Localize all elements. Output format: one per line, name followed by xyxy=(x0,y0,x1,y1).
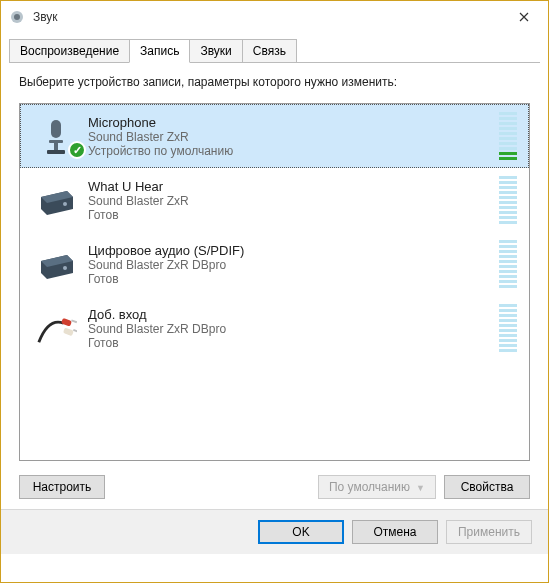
tab-content: Выберите устройство записи, параметры ко… xyxy=(1,63,548,509)
device-row[interactable]: What U HearSound Blaster ZxRГотов xyxy=(20,168,529,232)
level-meter xyxy=(499,112,521,160)
svg-rect-2 xyxy=(51,120,61,138)
set-default-label: По умолчанию xyxy=(329,480,410,494)
close-button[interactable] xyxy=(502,2,546,32)
aux-cable-icon xyxy=(28,307,84,349)
device-row[interactable]: Доб. входSound Blaster ZxR DBproГотов xyxy=(20,296,529,360)
device-info: MicrophoneSound Blaster ZxRУстройство по… xyxy=(84,115,499,158)
soundcard-icon xyxy=(28,179,84,221)
device-subtitle: Sound Blaster ZxR xyxy=(88,194,499,208)
device-subtitle: Sound Blaster ZxR xyxy=(88,130,499,144)
device-subtitle: Sound Blaster ZxR DBpro xyxy=(88,258,499,272)
set-default-button[interactable]: По умолчанию▼ xyxy=(318,475,436,499)
device-name: Microphone xyxy=(88,115,499,130)
svg-rect-5 xyxy=(47,150,65,154)
svg-rect-4 xyxy=(54,140,58,150)
device-subtitle: Sound Blaster ZxR DBpro xyxy=(88,322,499,336)
device-status: Готов xyxy=(88,272,499,286)
properties-button[interactable]: Свойства xyxy=(444,475,530,499)
dialog-footer: OK Отмена Применить xyxy=(1,509,548,554)
microphone-icon: ✓ xyxy=(28,115,84,157)
tab-3[interactable]: Связь xyxy=(242,39,297,63)
svg-rect-11 xyxy=(73,329,77,333)
device-status: Готов xyxy=(88,208,499,222)
instruction-text: Выберите устройство записи, параметры ко… xyxy=(19,75,530,89)
device-status: Устройство по умолчанию xyxy=(88,144,499,158)
cancel-button[interactable]: Отмена xyxy=(352,520,438,544)
list-button-row: Настроить По умолчанию▼ Свойства xyxy=(19,475,530,499)
default-check-icon: ✓ xyxy=(68,141,86,159)
device-info: Доб. входSound Blaster ZxR DBproГотов xyxy=(84,307,499,350)
device-name: What U Hear xyxy=(88,179,499,194)
device-name: Цифровое аудио (S/PDIF) xyxy=(88,243,499,258)
device-list[interactable]: ✓MicrophoneSound Blaster ZxRУстройство п… xyxy=(19,103,530,461)
ok-button[interactable]: OK xyxy=(258,520,344,544)
tab-2[interactable]: Звуки xyxy=(189,39,242,63)
svg-rect-10 xyxy=(71,319,77,323)
device-name: Доб. вход xyxy=(88,307,499,322)
configure-button[interactable]: Настроить xyxy=(19,475,105,499)
svg-point-6 xyxy=(63,202,67,206)
device-info: Цифровое аудио (S/PDIF)Sound Blaster ZxR… xyxy=(84,243,499,286)
tab-bar: ВоспроизведениеЗаписьЗвукиСвязь xyxy=(1,33,548,63)
sound-app-icon xyxy=(9,9,25,25)
device-row[interactable]: Цифровое аудио (S/PDIF)Sound Blaster ZxR… xyxy=(20,232,529,296)
device-row[interactable]: ✓MicrophoneSound Blaster ZxRУстройство п… xyxy=(20,104,529,168)
apply-button[interactable]: Применить xyxy=(446,520,532,544)
level-meter xyxy=(499,304,521,352)
titlebar: Звук xyxy=(1,1,548,33)
chevron-down-icon: ▼ xyxy=(416,483,425,493)
tab-0[interactable]: Воспроизведение xyxy=(9,39,130,63)
tab-1[interactable]: Запись xyxy=(129,39,190,63)
svg-point-1 xyxy=(14,14,20,20)
device-info: What U HearSound Blaster ZxRГотов xyxy=(84,179,499,222)
level-meter xyxy=(499,240,521,288)
level-meter xyxy=(499,176,521,224)
svg-rect-9 xyxy=(63,327,74,336)
soundcard-icon xyxy=(28,243,84,285)
window-title: Звук xyxy=(33,10,502,24)
device-status: Готов xyxy=(88,336,499,350)
svg-point-7 xyxy=(63,266,67,270)
svg-rect-8 xyxy=(61,318,72,327)
